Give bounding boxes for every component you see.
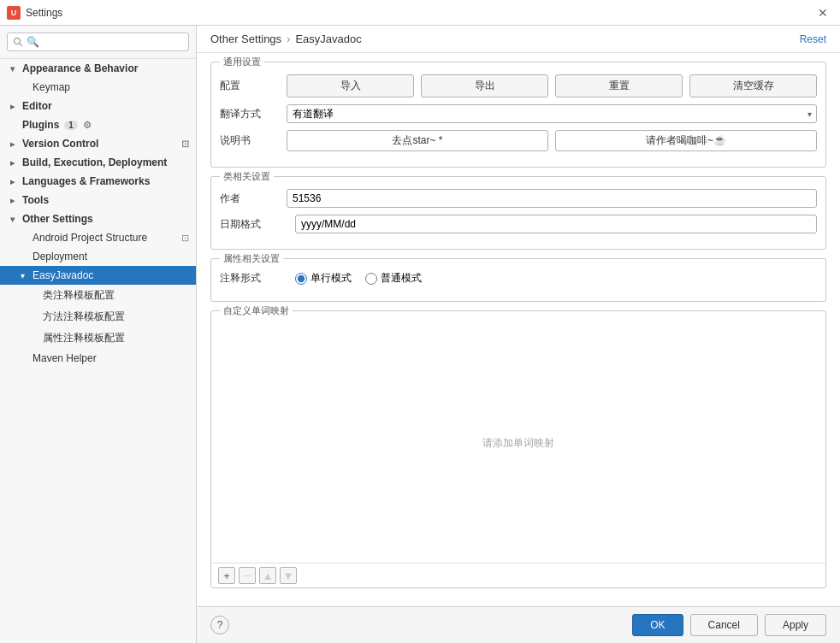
title-bar: U Settings ✕ — [0, 0, 840, 26]
app-icon: U — [7, 6, 21, 20]
comment-style-label: 注释形式 — [220, 271, 288, 286]
arrow-icon: ▸ — [10, 139, 19, 149]
sidebar-item-plugins[interactable]: Plugins 1 ⚙ — [0, 115, 196, 134]
sidebar-item-label: Maven Helper — [33, 352, 97, 364]
sidebar-item-editor[interactable]: ▸ Editor — [0, 97, 196, 115]
mapping-inner: 请添加单词映射 + − ▲ ▼ — [211, 311, 825, 587]
reset-button[interactable]: 重置 — [555, 74, 683, 97]
sidebar-item-label: Appearance & Behavior — [22, 62, 138, 74]
field-settings-section: 属性相关设置 注释形式 单行模式 普通模式 — [210, 258, 826, 302]
cancel-button[interactable]: Cancel — [690, 614, 758, 636]
class-section-inner: 作者 日期格式 — [211, 177, 825, 249]
vcs-icon: ⊡ — [181, 139, 189, 150]
gear-icon: ⚙ — [83, 120, 92, 131]
config-row: 配置 导入 导出 重置 清空缓存 — [220, 74, 817, 97]
plugin-badge: 1 — [64, 121, 78, 130]
content-header: Other Settings › EasyJavadoc Reset — [197, 26, 840, 53]
sidebar-item-deployment[interactable]: Deployment — [0, 247, 196, 266]
sidebar-item-label: 方法注释模板配置 — [43, 310, 125, 324]
sidebar-item-label: Keymap — [33, 81, 70, 93]
translation-select-wrapper: 有道翻译 ▾ — [287, 104, 817, 123]
single-line-label: 单行模式 — [311, 271, 352, 286]
date-format-input[interactable] — [295, 215, 817, 233]
comment-style-row: 注释形式 单行模式 普通模式 — [220, 271, 817, 286]
translation-select[interactable]: 有道翻译 — [287, 104, 817, 123]
breadcrumb-parent: Other Settings — [210, 32, 281, 45]
settings-icon: ⊡ — [181, 233, 189, 244]
content-area: Other Settings › EasyJavadoc Reset 通用设置 … — [197, 26, 840, 643]
breadcrumb-current: EasyJavadoc — [295, 32, 361, 45]
search-input[interactable] — [7, 32, 189, 51]
date-format-row: 日期格式 — [220, 215, 817, 233]
sidebar-item-android[interactable]: Android Project Structure ⊡ — [0, 228, 196, 247]
sidebar-item-maven-helper[interactable]: Maven Helper — [0, 349, 196, 368]
sidebar-item-label: EasyJavadoc — [33, 269, 93, 281]
mapping-placeholder: 请添加单词映射 — [211, 323, 825, 563]
breadcrumb-separator: › — [287, 32, 290, 45]
arrow-icon: ▾ — [10, 215, 19, 224]
import-button[interactable]: 导入 — [287, 74, 414, 97]
coffee-button[interactable]: 请作者喝咖啡~☕ — [555, 130, 817, 151]
sidebar-item-other-settings[interactable]: ▾ Other Settings — [0, 209, 196, 228]
normal-radio[interactable] — [365, 273, 377, 285]
single-line-radio-label[interactable]: 单行模式 — [295, 271, 352, 286]
general-settings-section: 通用设置 配置 导入 导出 重置 清空缓存 翻译方式 — [210, 62, 826, 168]
sidebar-item-class-template[interactable]: 类注释模板配置 — [0, 285, 196, 306]
mapping-placeholder-text: 请添加单词映射 — [482, 436, 554, 451]
sidebar-item-easyjavadoc[interactable]: ▾ EasyJavadoc — [0, 266, 196, 285]
sidebar: ▾ Appearance & Behavior Keymap ▸ Editor … — [0, 26, 197, 643]
arrow-icon: ▸ — [10, 158, 19, 168]
arrow-icon: ▸ — [10, 196, 19, 205]
move-down-button[interactable]: ▼ — [280, 567, 297, 584]
close-button[interactable]: ✕ — [813, 4, 833, 21]
sidebar-item-label: Languages & Frameworks — [22, 175, 150, 187]
class-settings-section: 类相关设置 作者 日期格式 — [210, 176, 826, 250]
normal-label: 普通模式 — [381, 271, 422, 286]
export-button[interactable]: 导出 — [421, 74, 548, 97]
breadcrumb: Other Settings › EasyJavadoc — [210, 32, 362, 45]
author-input[interactable] — [287, 189, 817, 208]
title-bar-title: Settings — [26, 7, 813, 19]
main-layout: ▾ Appearance & Behavior Keymap ▸ Editor … — [0, 26, 840, 643]
date-format-label: 日期格式 — [220, 217, 288, 232]
sidebar-item-label: Version Control — [22, 138, 98, 150]
normal-radio-label[interactable]: 普通模式 — [365, 271, 422, 286]
star-button[interactable]: 去点star~ * — [287, 130, 548, 151]
doc-label: 说明书 — [220, 133, 280, 148]
move-up-button[interactable]: ▲ — [259, 567, 276, 584]
sidebar-item-build[interactable]: ▸ Build, Execution, Deployment — [0, 153, 196, 172]
sidebar-item-label: Deployment — [33, 251, 87, 263]
help-button[interactable]: ? — [210, 616, 229, 634]
config-label: 配置 — [220, 79, 280, 93]
ok-button[interactable]: OK — [632, 614, 683, 636]
sidebar-item-tools[interactable]: ▸ Tools — [0, 191, 196, 209]
sidebar-item-label: Plugins — [22, 119, 59, 131]
remove-mapping-button[interactable]: − — [239, 567, 256, 584]
sidebar-item-method-template[interactable]: 方法注释模板配置 — [0, 306, 196, 327]
arrow-icon: ▾ — [21, 271, 29, 280]
arrow-icon: ▾ — [10, 64, 19, 74]
settings-body: 通用设置 配置 导入 导出 重置 清空缓存 翻译方式 — [197, 53, 840, 606]
single-line-radio[interactable] — [295, 273, 307, 285]
sidebar-item-label: Editor — [22, 100, 52, 112]
sidebar-item-label: Tools — [22, 194, 49, 206]
sidebar-item-appearance[interactable]: ▾ Appearance & Behavior — [0, 59, 196, 78]
sidebar-item-version-control[interactable]: ▸ Version Control ⊡ — [0, 134, 196, 153]
general-section-title: 通用设置 — [220, 56, 264, 68]
sidebar-item-label: 类注释模板配置 — [43, 288, 115, 303]
sidebar-item-label: 属性注释模板配置 — [43, 331, 125, 345]
author-label: 作者 — [220, 192, 280, 206]
reset-link[interactable]: Reset — [800, 33, 826, 45]
apply-button[interactable]: Apply — [765, 614, 826, 636]
translation-label: 翻译方式 — [220, 107, 280, 121]
sidebar-item-keymap[interactable]: Keymap — [0, 78, 196, 97]
bottom-actions: OK Cancel Apply — [632, 614, 826, 636]
add-mapping-button[interactable]: + — [218, 567, 235, 584]
config-btn-group: 导入 导出 重置 清空缓存 — [287, 74, 817, 97]
mapping-section-title: 自定义单词映射 — [220, 304, 293, 317]
clear-cache-button[interactable]: 清空缓存 — [689, 74, 817, 97]
sidebar-item-languages[interactable]: ▸ Languages & Frameworks — [0, 172, 196, 191]
sidebar-item-label: Other Settings — [22, 213, 93, 225]
sidebar-item-field-template[interactable]: 属性注释模板配置 — [0, 327, 196, 349]
general-section-inner: 配置 导入 导出 重置 清空缓存 翻译方式 有道翻译 — [211, 62, 825, 167]
